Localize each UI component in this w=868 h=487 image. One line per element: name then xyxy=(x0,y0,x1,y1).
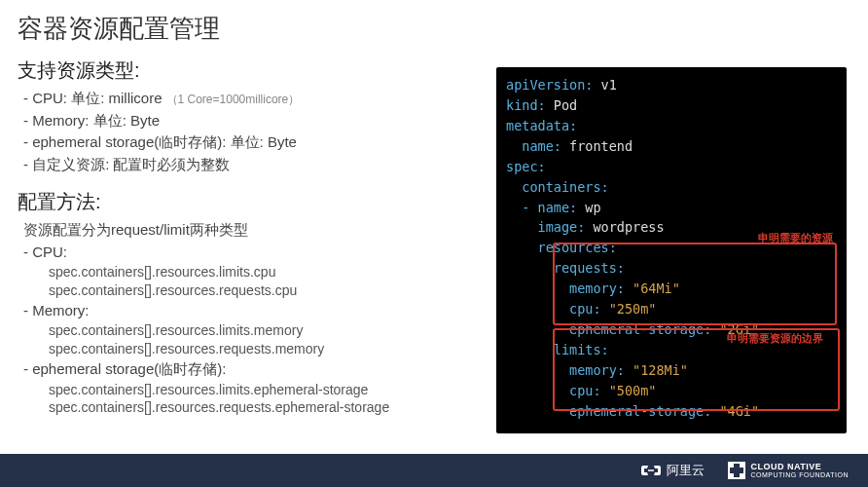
cncf-line1: CLOUD NATIVE xyxy=(751,463,849,471)
svg-rect-1 xyxy=(729,463,734,468)
config-path: spec.containers[].resources.requests.eph… xyxy=(18,398,485,417)
config-path: spec.containers[].resources.limits.ephem… xyxy=(18,381,485,399)
resource-type-item: - 自定义资源: 配置时必须为整数 xyxy=(18,154,485,176)
config-intro: 资源配置分为request/limit两种类型 xyxy=(18,219,485,242)
footer-bar: 阿里云 CLOUD NATIVE COMPUTING FOUNDATION xyxy=(0,454,868,487)
aliyun-icon xyxy=(641,464,661,477)
annotation-limits: 申明需要资源的边界 xyxy=(727,330,823,347)
resource-type-item: - Memory: 单位: Byte xyxy=(18,110,485,132)
config-group-label: - Memory: xyxy=(18,300,485,322)
config-group-label: - CPU: xyxy=(18,242,485,264)
cncf-line2: COMPUTING FOUNDATION xyxy=(751,471,849,478)
slide-body: 支持资源类型: - CPU: 单位: millicore（1 Core=1000… xyxy=(0,52,868,454)
config-path: spec.containers[].resources.limits.cpu xyxy=(18,263,485,281)
annotation-requests: 申明需要的资源 xyxy=(758,230,833,246)
resource-types-heading: 支持资源类型: xyxy=(18,57,485,84)
config-path: spec.containers[].resources.requests.mem… xyxy=(18,340,485,358)
yaml-code-box: apiVersion: v1 kind: Pod metadata: name:… xyxy=(496,67,847,433)
svg-rect-3 xyxy=(729,473,734,478)
aliyun-label: 阿里云 xyxy=(667,462,705,479)
cncf-brand: CLOUD NATIVE COMPUTING FOUNDATION xyxy=(728,462,849,479)
slide: 容器资源配置管理 支持资源类型: - CPU: 单位: millicore（1 … xyxy=(0,0,868,487)
aliyun-brand: 阿里云 xyxy=(641,462,705,479)
config-path: spec.containers[].resources.limits.memor… xyxy=(18,321,485,340)
config-methods-heading: 配置方法: xyxy=(18,189,485,215)
config-path: spec.containers[].resources.requests.cpu xyxy=(18,281,485,300)
resource-type-item: - ephemeral storage(临时存储): 单位: Byte xyxy=(18,131,485,154)
slide-title: 容器资源配置管理 xyxy=(0,0,868,52)
resource-type-item: - CPU: 单位: millicore（1 Core=1000millicor… xyxy=(18,88,485,110)
right-column: apiVersion: v1 kind: Pod metadata: name:… xyxy=(496,52,856,454)
config-group-label: - ephemeral storage(临时存储): xyxy=(18,358,485,381)
left-column: 支持资源类型: - CPU: 单位: millicore（1 Core=1000… xyxy=(18,52,496,454)
svg-rect-2 xyxy=(740,463,744,468)
svg-rect-4 xyxy=(740,473,744,478)
cncf-icon xyxy=(728,462,745,479)
requests-highlight-box xyxy=(553,243,837,325)
